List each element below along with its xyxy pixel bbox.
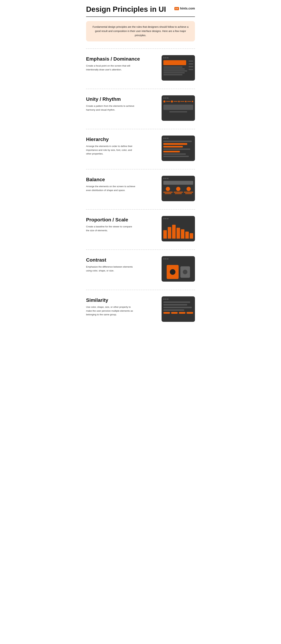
dot1 — [163, 57, 164, 58]
mock-dots-proportion — [163, 218, 193, 219]
u-dot3 — [167, 98, 168, 99]
unity-dots-row — [163, 100, 193, 102]
principle-section-hierarchy: Hierarchy Arrange the elements in order … — [86, 136, 195, 167]
intro-text: Fundamental design principles are the ru… — [91, 25, 190, 38]
unity-circle3 — [178, 101, 180, 102]
unity-connector2 — [174, 101, 178, 102]
emp-line5 — [163, 74, 182, 75]
proportion-bars — [163, 221, 193, 238]
p-bar4 — [176, 228, 180, 238]
mock-ui-similarity — [162, 296, 195, 322]
principle-text-unity: Unity / Rhythm Create a pattern from the… — [86, 95, 162, 112]
principle-section-similarity: Similarity Use color, shape, size, or ot… — [86, 296, 195, 328]
sim-chip1 — [163, 312, 170, 314]
h-dot3 — [167, 138, 168, 139]
principle-title-balance: Balance — [86, 177, 156, 182]
principle-text-proportion: Proportion / Scale Create a baseline for… — [86, 216, 162, 232]
mock-dots-unity — [163, 98, 193, 99]
mock-ui-proportion — [162, 216, 195, 242]
balance-card3 — [184, 187, 193, 194]
c-dot1 — [163, 258, 164, 260]
section-divider-2 — [86, 129, 195, 129]
logo-text: hints.com — [180, 7, 195, 10]
section-divider-3 — [86, 169, 195, 170]
intro-box: Fundamental design principles are the ru… — [86, 21, 195, 42]
mock-ui-hierarchy — [162, 136, 195, 161]
h-dot2 — [165, 138, 166, 139]
p-dot1 — [163, 218, 164, 219]
h-dot1 — [163, 138, 164, 139]
unity-circle4 — [185, 101, 186, 102]
principle-section-unity: Unity / Rhythm Create a pattern from the… — [86, 95, 195, 127]
principle-text-emphasis: Emphasis / Dominance Create a focal poin… — [86, 55, 162, 72]
sim-chip4 — [186, 312, 193, 314]
p-bar7 — [190, 233, 193, 238]
sim-line2 — [163, 304, 187, 306]
balance-card1 — [163, 187, 173, 194]
principle-text-similarity: Similarity Use color, shape, size, or ot… — [86, 296, 162, 316]
section-divider-0 — [86, 48, 195, 49]
sim-line3 — [163, 307, 192, 308]
hier-line2 — [163, 143, 187, 145]
b-dot1 — [163, 178, 164, 179]
mock-dots-hierarchy — [163, 138, 193, 139]
page-header: Design Principles in UI UX hints.com — [86, 5, 195, 13]
principle-desc-balance: Arrange the elements on the screen to ac… — [86, 184, 135, 192]
balance-card-line2 — [164, 193, 172, 194]
u-dot2 — [165, 98, 166, 99]
s-dot3 — [167, 298, 168, 300]
balance-card2 — [174, 187, 183, 194]
s-dot1 — [163, 298, 164, 300]
contrast-gray-square — [180, 266, 190, 278]
balance-cards-row — [163, 187, 193, 194]
p-bar2 — [168, 227, 171, 238]
emp-line1 — [163, 66, 182, 68]
balance-avatar1 — [166, 187, 170, 191]
principle-desc-emphasis: Create a focal point on the screen that … — [86, 64, 135, 72]
balance-card-line1 — [163, 192, 173, 192]
principle-desc-unity: Create a pattern from the elements to ac… — [86, 104, 135, 112]
p-bar6 — [185, 232, 189, 238]
principle-desc-proportion: Create a baseline for the viewer to comp… — [86, 225, 135, 232]
balance-card-line6 — [185, 193, 192, 194]
unity-circle1 — [163, 100, 166, 102]
p-bar1 — [163, 230, 167, 238]
hier-line6 — [163, 154, 186, 155]
balance-avatar3 — [186, 187, 191, 191]
balance-card-line5 — [184, 192, 193, 192]
principle-title-similarity: Similarity — [86, 298, 156, 303]
contrast-dark-circle2 — [183, 270, 188, 274]
unity-circle2 — [171, 100, 173, 102]
page-title: Design Principles in UI — [86, 5, 166, 13]
principle-section-emphasis: Emphasis / Dominance Create a focal poin… — [86, 55, 195, 87]
principle-desc-contrast: Emphasize the difference between element… — [86, 265, 135, 272]
dot3 — [167, 57, 168, 58]
principle-title-emphasis: Emphasis / Dominance — [86, 56, 156, 62]
sim-chip3 — [179, 312, 186, 314]
b-dot2 — [165, 178, 166, 179]
p-dot3 — [167, 218, 168, 219]
mock-ui-unity — [162, 95, 195, 121]
emp-right-line2 — [188, 64, 193, 64]
sim-line1 — [163, 302, 190, 303]
sim-line4 — [163, 309, 184, 311]
section-divider-4 — [86, 209, 195, 210]
principle-title-proportion: Proportion / Scale — [86, 217, 156, 223]
mock-dots-similarity — [163, 298, 193, 300]
principle-desc-hierarchy: Arrange the elements in order to define … — [86, 144, 135, 156]
balance-top-rect — [163, 181, 193, 185]
balance-avatar2 — [176, 187, 180, 191]
hier-line1 — [163, 141, 192, 142]
contrast-orange-square — [167, 265, 178, 279]
dot2 — [165, 57, 166, 58]
principle-text-balance: Balance Arrange the elements on the scre… — [86, 176, 162, 192]
hier-line3 — [163, 146, 183, 148]
mock-ui-balance — [162, 176, 195, 201]
unity-connector4 — [187, 101, 191, 102]
s-dot2 — [165, 298, 166, 300]
unity-connector1 — [166, 101, 170, 102]
mock-dots-emphasis — [163, 57, 193, 58]
principle-text-contrast: Contrast Emphasize the difference betwee… — [86, 256, 162, 272]
emphasis-hero-bar — [163, 60, 186, 65]
unity-rect — [163, 105, 193, 110]
